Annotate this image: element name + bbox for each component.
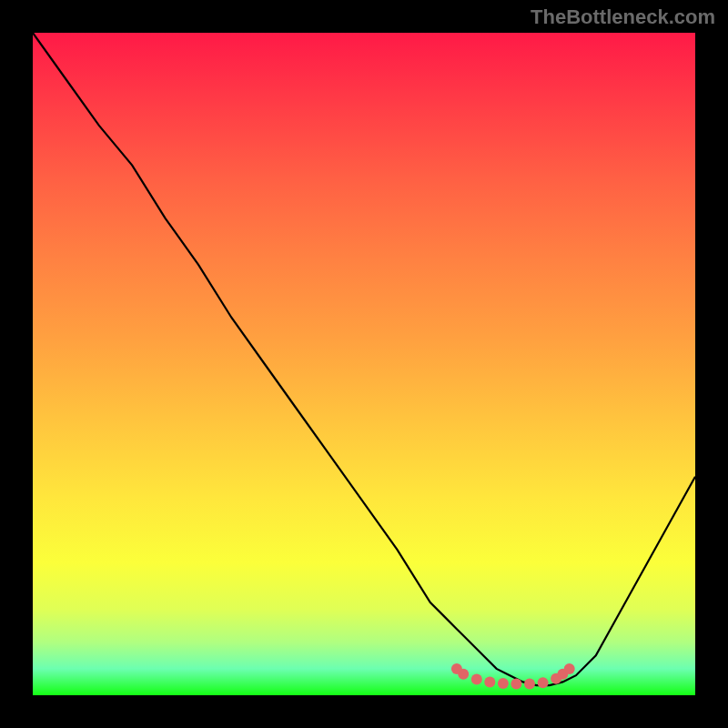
marker-dot (538, 677, 549, 688)
marker-dot (471, 674, 482, 685)
watermark-text: TheBottleneck.com (531, 5, 715, 29)
marker-dot (524, 679, 535, 690)
chart-svg (33, 33, 695, 695)
main-curve (33, 33, 695, 685)
marker-dot (511, 679, 521, 690)
marker-dot (484, 676, 495, 687)
marker-dot (458, 669, 469, 680)
plot-area (33, 33, 695, 695)
marker-dot (498, 678, 509, 689)
marker-dot (564, 663, 575, 674)
